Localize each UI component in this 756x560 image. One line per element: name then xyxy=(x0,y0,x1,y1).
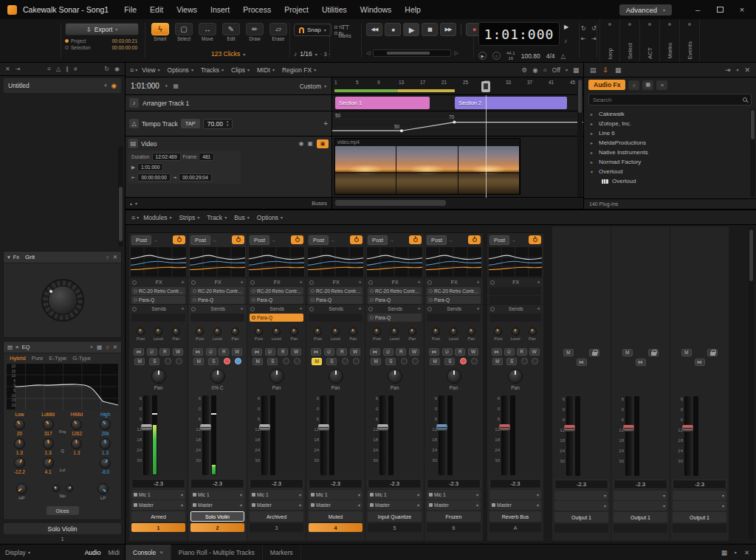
forward-button[interactable]: ▶▶ xyxy=(440,23,456,36)
pan-knob[interactable] xyxy=(210,369,225,384)
browser-folder-line-6[interactable]: ▸Line 6 xyxy=(584,128,756,138)
eq-close-icon[interactable]: ✕ xyxy=(113,344,117,350)
track-view-burger-menu[interactable]: ≡▾ xyxy=(130,66,137,74)
buses-header[interactable]: ▴ ▾ Buses xyxy=(126,198,332,209)
strip-name[interactable]: Frozen xyxy=(427,511,481,522)
timeline-hscrollbar[interactable] xyxy=(332,198,583,209)
menu-file[interactable]: File xyxy=(117,0,143,19)
selection-time-row[interactable]: Selection 00:00:00:00 xyxy=(65,45,137,50)
scrub-thumb[interactable] xyxy=(387,52,430,55)
pan-knob[interactable] xyxy=(329,369,343,384)
browser-view-icon-1[interactable]: ○ xyxy=(628,80,639,90)
input-selector[interactable]: Mic 1▾ xyxy=(368,490,422,499)
arranger-track-header[interactable]: ♪ Arranger Track 1 xyxy=(126,95,332,111)
browser-search-input[interactable] xyxy=(593,97,743,103)
menu-process[interactable]: Process xyxy=(236,0,278,19)
fader-cap[interactable] xyxy=(200,424,211,431)
mute-button[interactable]: M xyxy=(563,349,574,356)
video-clip[interactable]: video.mp4 xyxy=(334,138,520,195)
triplet-toggle[interactable]: · 3 · xyxy=(320,51,330,58)
write-automation-button[interactable]: W xyxy=(291,348,301,356)
low-level-knob[interactable] xyxy=(14,457,25,469)
mute-button[interactable]: M xyxy=(430,358,440,365)
post-button[interactable]: Post xyxy=(489,235,509,245)
add-module-icon[interactable]: + xyxy=(104,82,108,89)
menu-view[interactable]: View▾ xyxy=(138,66,163,74)
solo-button[interactable]: S xyxy=(385,358,396,365)
tap-tempo-button[interactable]: TAP xyxy=(181,119,200,128)
lock-button[interactable] xyxy=(648,349,659,356)
post-send-knob[interactable] xyxy=(314,328,322,336)
browser-plugin-overloud[interactable]: Overloud xyxy=(584,176,756,186)
strip-eq-display[interactable] xyxy=(131,247,186,277)
add-send-button[interactable]: + xyxy=(358,305,362,312)
strip-name[interactable]: Solo Violin xyxy=(190,511,244,522)
pan-send-knob[interactable] xyxy=(408,328,416,336)
browser-export-icon[interactable]: ⇩ xyxy=(603,66,609,74)
output-selector[interactable]: ▾ xyxy=(673,501,726,511)
marks-group[interactable]: ⊤⊤ Marks xyxy=(334,24,356,38)
add-send-button[interactable]: + xyxy=(240,305,244,312)
tempo-spinner[interactable]: ▴▾ xyxy=(227,120,228,127)
eq-power-icon[interactable]: ○ xyxy=(106,344,109,350)
gloss-button[interactable]: Gloss xyxy=(47,506,79,515)
strip-eq-display[interactable] xyxy=(489,247,542,277)
fx-slot[interactable]: RC-20 Retro Contr... xyxy=(190,287,244,295)
selection-radio[interactable] xyxy=(65,46,69,49)
fx-slot[interactable]: RC-20 Retro Contr... xyxy=(368,287,422,295)
menu-region-fx[interactable]: Region FX▾ xyxy=(278,66,320,74)
phase-button[interactable]: ⋈ xyxy=(636,359,646,366)
browser-folder-cakewalk[interactable]: ▸Cakewalk xyxy=(584,109,756,119)
snap-resolution[interactable]: ♪ 1/16 ▾ · 3 · xyxy=(294,50,330,58)
add-fx-button[interactable]: + xyxy=(181,279,185,286)
post-button[interactable]: Post xyxy=(309,235,329,245)
hash-icon[interactable]: # xyxy=(74,66,77,72)
fader-cap[interactable] xyxy=(436,424,447,431)
post-button[interactable]: Post xyxy=(427,235,447,245)
phase-button[interactable]: ⋈ xyxy=(252,348,262,356)
browser-close-icon[interactable]: ✕ xyxy=(744,66,750,74)
output-selector[interactable]: Master▾ xyxy=(309,500,362,510)
module-power-icon[interactable]: ◉ xyxy=(111,82,117,89)
write-automation-button[interactable]: W xyxy=(409,348,419,356)
fader-track[interactable] xyxy=(202,395,209,475)
mute-button[interactable]: M xyxy=(622,349,633,356)
eq-tab-g-type[interactable]: G-Type xyxy=(72,355,91,362)
menu-clips[interactable]: Clips▾ xyxy=(227,66,253,74)
menu-options[interactable]: Options▾ xyxy=(164,66,197,74)
mute-button[interactable]: M xyxy=(492,358,503,365)
strip-name[interactable]: Output 1 xyxy=(554,512,608,522)
eq-analyzer-icon[interactable]: ≡ xyxy=(16,344,18,350)
browser-folder-izotope-inc[interactable]: ▸iZotope, Inc. xyxy=(584,119,756,128)
input-echo-button[interactable] xyxy=(532,358,538,364)
chevron-down-icon[interactable]: ▾ xyxy=(735,550,737,555)
audio-fx-tab[interactable]: Audio Fx xyxy=(588,80,625,90)
solo-button[interactable]: S xyxy=(506,358,517,365)
solo-button[interactable]: S xyxy=(208,358,219,365)
arm-button[interactable] xyxy=(165,358,171,364)
output-selector[interactable]: ▾ xyxy=(614,501,667,511)
browser-sort-icon[interactable]: ≡ xyxy=(656,80,667,90)
pan-knob[interactable] xyxy=(269,369,284,384)
main-time-display[interactable]: 1:01:000 xyxy=(478,22,560,46)
strip-eq-display[interactable] xyxy=(190,247,245,277)
list-icon[interactable]: ≡ xyxy=(47,66,51,72)
record-mode-icon[interactable]: ◉ xyxy=(532,66,537,74)
post-send-knob[interactable] xyxy=(137,328,145,336)
fader-track[interactable] xyxy=(143,395,150,475)
tool-select[interactable]: ▢Select xyxy=(173,23,195,41)
post-power-toggle[interactable] xyxy=(350,235,362,244)
post-send-knob[interactable] xyxy=(432,328,440,336)
fader-cap[interactable] xyxy=(318,424,329,431)
phase-button[interactable]: ⋈ xyxy=(695,359,705,366)
browser-dock-icon[interactable]: ⇥ xyxy=(725,66,731,74)
add-fx-button[interactable]: + xyxy=(417,279,421,286)
collapse-up-icon[interactable]: ▴ xyxy=(130,201,132,206)
phase-button[interactable]: ⋈ xyxy=(492,348,502,356)
input-selector[interactable]: ▾ xyxy=(554,491,608,500)
low-q-knob[interactable] xyxy=(14,438,25,449)
fx-slot[interactable]: Para-Q xyxy=(250,296,303,304)
fx-slot[interactable]: RC-20 Retro Contr... xyxy=(427,287,481,295)
post-button[interactable]: Post xyxy=(190,235,210,245)
write-automation-button[interactable]: W xyxy=(529,348,540,356)
